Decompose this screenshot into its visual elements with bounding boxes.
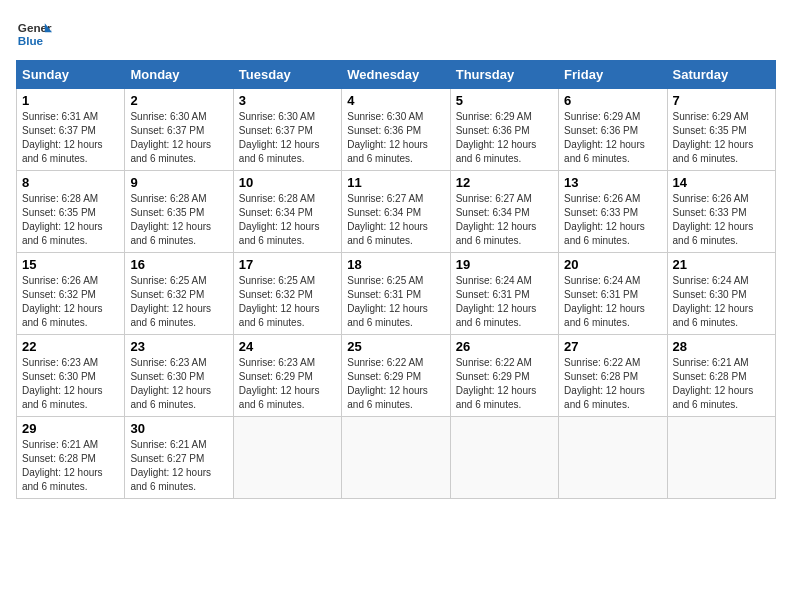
day-number: 5	[456, 93, 553, 108]
calendar-cell: 16 Sunrise: 6:25 AMSunset: 6:32 PMDaylig…	[125, 253, 233, 335]
cell-info: Sunrise: 6:21 AMSunset: 6:28 PMDaylight:…	[673, 357, 754, 410]
day-number: 8	[22, 175, 119, 190]
cell-info: Sunrise: 6:24 AMSunset: 6:31 PMDaylight:…	[456, 275, 537, 328]
calendar-cell: 25 Sunrise: 6:22 AMSunset: 6:29 PMDaylig…	[342, 335, 450, 417]
calendar-cell: 4 Sunrise: 6:30 AMSunset: 6:36 PMDayligh…	[342, 89, 450, 171]
page-header: General Blue	[16, 16, 776, 52]
day-number: 21	[673, 257, 770, 272]
day-header-thursday: Thursday	[450, 61, 558, 89]
day-header-saturday: Saturday	[667, 61, 775, 89]
cell-info: Sunrise: 6:27 AMSunset: 6:34 PMDaylight:…	[456, 193, 537, 246]
calendar-cell: 26 Sunrise: 6:22 AMSunset: 6:29 PMDaylig…	[450, 335, 558, 417]
cell-info: Sunrise: 6:22 AMSunset: 6:29 PMDaylight:…	[347, 357, 428, 410]
calendar-cell: 1 Sunrise: 6:31 AMSunset: 6:37 PMDayligh…	[17, 89, 125, 171]
calendar-cell	[233, 417, 341, 499]
cell-info: Sunrise: 6:27 AMSunset: 6:34 PMDaylight:…	[347, 193, 428, 246]
day-header-monday: Monday	[125, 61, 233, 89]
week-row-4: 22 Sunrise: 6:23 AMSunset: 6:30 PMDaylig…	[17, 335, 776, 417]
cell-info: Sunrise: 6:26 AMSunset: 6:33 PMDaylight:…	[564, 193, 645, 246]
cell-info: Sunrise: 6:23 AMSunset: 6:30 PMDaylight:…	[22, 357, 103, 410]
svg-text:Blue: Blue	[18, 34, 44, 47]
day-number: 1	[22, 93, 119, 108]
cell-info: Sunrise: 6:28 AMSunset: 6:35 PMDaylight:…	[22, 193, 103, 246]
day-number: 2	[130, 93, 227, 108]
day-number: 3	[239, 93, 336, 108]
calendar-cell: 20 Sunrise: 6:24 AMSunset: 6:31 PMDaylig…	[559, 253, 667, 335]
cell-info: Sunrise: 6:21 AMSunset: 6:28 PMDaylight:…	[22, 439, 103, 492]
day-number: 6	[564, 93, 661, 108]
cell-info: Sunrise: 6:28 AMSunset: 6:34 PMDaylight:…	[239, 193, 320, 246]
calendar-cell	[667, 417, 775, 499]
calendar-cell: 30 Sunrise: 6:21 AMSunset: 6:27 PMDaylig…	[125, 417, 233, 499]
cell-info: Sunrise: 6:22 AMSunset: 6:29 PMDaylight:…	[456, 357, 537, 410]
day-number: 27	[564, 339, 661, 354]
cell-info: Sunrise: 6:29 AMSunset: 6:36 PMDaylight:…	[564, 111, 645, 164]
calendar-cell: 27 Sunrise: 6:22 AMSunset: 6:28 PMDaylig…	[559, 335, 667, 417]
cell-info: Sunrise: 6:30 AMSunset: 6:37 PMDaylight:…	[239, 111, 320, 164]
calendar-cell: 15 Sunrise: 6:26 AMSunset: 6:32 PMDaylig…	[17, 253, 125, 335]
calendar-cell: 9 Sunrise: 6:28 AMSunset: 6:35 PMDayligh…	[125, 171, 233, 253]
day-number: 18	[347, 257, 444, 272]
calendar-table: SundayMondayTuesdayWednesdayThursdayFrid…	[16, 60, 776, 499]
day-number: 28	[673, 339, 770, 354]
cell-info: Sunrise: 6:26 AMSunset: 6:33 PMDaylight:…	[673, 193, 754, 246]
cell-info: Sunrise: 6:23 AMSunset: 6:30 PMDaylight:…	[130, 357, 211, 410]
cell-info: Sunrise: 6:29 AMSunset: 6:36 PMDaylight:…	[456, 111, 537, 164]
cell-info: Sunrise: 6:24 AMSunset: 6:31 PMDaylight:…	[564, 275, 645, 328]
cell-info: Sunrise: 6:23 AMSunset: 6:29 PMDaylight:…	[239, 357, 320, 410]
calendar-cell: 14 Sunrise: 6:26 AMSunset: 6:33 PMDaylig…	[667, 171, 775, 253]
calendar-cell	[450, 417, 558, 499]
day-number: 14	[673, 175, 770, 190]
logo: General Blue	[16, 16, 52, 52]
cell-info: Sunrise: 6:21 AMSunset: 6:27 PMDaylight:…	[130, 439, 211, 492]
calendar-cell	[342, 417, 450, 499]
calendar-cell: 28 Sunrise: 6:21 AMSunset: 6:28 PMDaylig…	[667, 335, 775, 417]
day-number: 29	[22, 421, 119, 436]
calendar-cell: 24 Sunrise: 6:23 AMSunset: 6:29 PMDaylig…	[233, 335, 341, 417]
calendar-cell: 22 Sunrise: 6:23 AMSunset: 6:30 PMDaylig…	[17, 335, 125, 417]
day-number: 20	[564, 257, 661, 272]
day-number: 4	[347, 93, 444, 108]
day-number: 15	[22, 257, 119, 272]
calendar-cell: 8 Sunrise: 6:28 AMSunset: 6:35 PMDayligh…	[17, 171, 125, 253]
calendar-cell: 17 Sunrise: 6:25 AMSunset: 6:32 PMDaylig…	[233, 253, 341, 335]
calendar-cell: 12 Sunrise: 6:27 AMSunset: 6:34 PMDaylig…	[450, 171, 558, 253]
day-number: 12	[456, 175, 553, 190]
week-row-1: 1 Sunrise: 6:31 AMSunset: 6:37 PMDayligh…	[17, 89, 776, 171]
calendar-cell: 2 Sunrise: 6:30 AMSunset: 6:37 PMDayligh…	[125, 89, 233, 171]
day-number: 25	[347, 339, 444, 354]
day-header-wednesday: Wednesday	[342, 61, 450, 89]
day-number: 24	[239, 339, 336, 354]
day-number: 26	[456, 339, 553, 354]
calendar-cell: 10 Sunrise: 6:28 AMSunset: 6:34 PMDaylig…	[233, 171, 341, 253]
calendar-cell: 6 Sunrise: 6:29 AMSunset: 6:36 PMDayligh…	[559, 89, 667, 171]
cell-info: Sunrise: 6:30 AMSunset: 6:37 PMDaylight:…	[130, 111, 211, 164]
calendar-cell: 29 Sunrise: 6:21 AMSunset: 6:28 PMDaylig…	[17, 417, 125, 499]
cell-info: Sunrise: 6:28 AMSunset: 6:35 PMDaylight:…	[130, 193, 211, 246]
day-number: 16	[130, 257, 227, 272]
day-number: 11	[347, 175, 444, 190]
cell-info: Sunrise: 6:22 AMSunset: 6:28 PMDaylight:…	[564, 357, 645, 410]
week-row-2: 8 Sunrise: 6:28 AMSunset: 6:35 PMDayligh…	[17, 171, 776, 253]
cell-info: Sunrise: 6:30 AMSunset: 6:36 PMDaylight:…	[347, 111, 428, 164]
calendar-cell: 5 Sunrise: 6:29 AMSunset: 6:36 PMDayligh…	[450, 89, 558, 171]
cell-info: Sunrise: 6:25 AMSunset: 6:32 PMDaylight:…	[130, 275, 211, 328]
day-number: 10	[239, 175, 336, 190]
calendar-cell: 23 Sunrise: 6:23 AMSunset: 6:30 PMDaylig…	[125, 335, 233, 417]
calendar-cell: 19 Sunrise: 6:24 AMSunset: 6:31 PMDaylig…	[450, 253, 558, 335]
day-number: 19	[456, 257, 553, 272]
calendar-cell	[559, 417, 667, 499]
logo-icon: General Blue	[16, 16, 52, 52]
calendar-cell: 21 Sunrise: 6:24 AMSunset: 6:30 PMDaylig…	[667, 253, 775, 335]
calendar-cell: 18 Sunrise: 6:25 AMSunset: 6:31 PMDaylig…	[342, 253, 450, 335]
header-row: SundayMondayTuesdayWednesdayThursdayFrid…	[17, 61, 776, 89]
cell-info: Sunrise: 6:31 AMSunset: 6:37 PMDaylight:…	[22, 111, 103, 164]
cell-info: Sunrise: 6:29 AMSunset: 6:35 PMDaylight:…	[673, 111, 754, 164]
day-number: 7	[673, 93, 770, 108]
cell-info: Sunrise: 6:25 AMSunset: 6:32 PMDaylight:…	[239, 275, 320, 328]
week-row-5: 29 Sunrise: 6:21 AMSunset: 6:28 PMDaylig…	[17, 417, 776, 499]
day-number: 30	[130, 421, 227, 436]
cell-info: Sunrise: 6:24 AMSunset: 6:30 PMDaylight:…	[673, 275, 754, 328]
day-number: 13	[564, 175, 661, 190]
calendar-cell: 13 Sunrise: 6:26 AMSunset: 6:33 PMDaylig…	[559, 171, 667, 253]
